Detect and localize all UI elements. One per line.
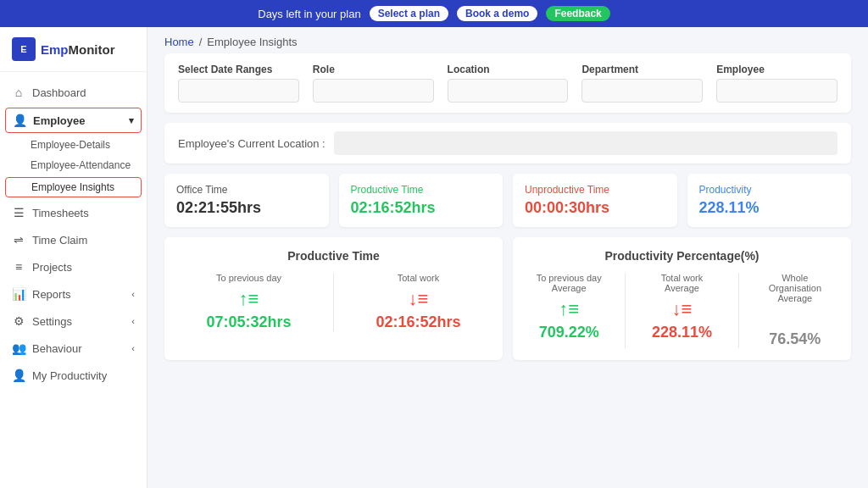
- projects-icon: ≡: [12, 260, 25, 274]
- dashboard-icon: ⌂: [12, 86, 25, 99]
- office-time-label: Office Time: [176, 184, 317, 196]
- metric-previous-day-pct: To previous dayAverage ↑≡ 709.22%: [525, 273, 613, 348]
- time-claim-icon: ⇌: [12, 233, 25, 247]
- location-bar: Employee's Current Location :: [164, 123, 851, 164]
- arrow-down-pct-icon: ↓≡: [637, 298, 726, 320]
- breadcrumb-current: Employee Insights: [207, 36, 297, 48]
- productivity-percentage-chart: Productivity Percentage(%) To previous d…: [513, 237, 851, 360]
- metric-label-total: Total work: [346, 273, 491, 283]
- metric-whole-org-pct: WholeOrganisationAverage 76.54%: [751, 273, 839, 348]
- productive-time-label: Productive Time: [351, 184, 492, 196]
- filter-employee: Employee: [716, 64, 837, 103]
- chart-metrics-percentage: To previous dayAverage ↑≡ 709.22% Total …: [525, 273, 839, 348]
- sidebar-item-settings[interactable]: ⚙ Settings ‹: [0, 308, 147, 335]
- filter-location: Location: [448, 64, 569, 103]
- sidebar-item-label: Timesheets: [32, 207, 89, 219]
- productivity-percentage-chart-title: Productivity Percentage(%): [525, 249, 839, 263]
- filter-role-select[interactable]: [313, 79, 434, 103]
- divider-pct-2: [738, 273, 739, 348]
- sidebar-nav: ⌂ Dashboard 👤 Employee ▾ Employee-Detail…: [0, 72, 147, 396]
- metric-label: To previous day: [176, 273, 321, 283]
- productive-time-chart: Productive Time To previous day ↑≡ 07:05…: [164, 237, 503, 360]
- filter-date-select[interactable]: [178, 79, 299, 103]
- behaviour-icon: 👥: [12, 341, 25, 355]
- my-productivity-icon: 👤: [12, 369, 25, 382]
- sidebar-item-dashboard[interactable]: ⌂ Dashboard: [0, 79, 147, 106]
- employee-icon: 👤: [13, 114, 26, 127]
- timesheets-icon: ☰: [12, 206, 25, 219]
- arrow-up-icon: ↑≡: [176, 288, 321, 310]
- productive-time-chart-title: Productive Time: [176, 249, 491, 263]
- book-demo-button[interactable]: Book a demo: [457, 6, 537, 21]
- filter-row: Select Date Ranges Role Location: [178, 64, 837, 103]
- metric-value-total-pct: 228.11%: [637, 324, 726, 341]
- metric-total-work-pct: Total workAverage ↓≡ 228.11%: [637, 273, 726, 348]
- filter-role: Role: [313, 64, 434, 103]
- filter-department-select[interactable]: [581, 79, 703, 103]
- top-banner: Days left in your plan Select a plan Boo…: [0, 0, 868, 27]
- metric-pct-label-prev: To previous dayAverage: [525, 273, 613, 293]
- sidebar-item-behaviour[interactable]: 👥 Behaviour ‹: [0, 335, 147, 362]
- sidebar-item-label: Employee: [33, 114, 85, 127]
- location-value: [334, 131, 837, 155]
- filter-role-label: Role: [313, 64, 434, 75]
- select-plan-button[interactable]: Select a plan: [370, 6, 448, 21]
- charts-row: Productive Time To previous day ↑≡ 07:05…: [164, 237, 851, 360]
- stat-card-productivity: Productivity 228.11%: [687, 174, 852, 227]
- unproductive-time-label: Unproductive Time: [525, 184, 665, 196]
- reports-icon: 📊: [12, 287, 25, 301]
- sidebar-item-reports[interactable]: 📊 Reports ‹: [0, 280, 147, 308]
- sidebar-item-label: My Productivity: [32, 369, 107, 382]
- sidebar-item-my-productivity[interactable]: 👤 My Productivity: [0, 362, 147, 389]
- filter-department-label: Department: [581, 64, 703, 75]
- filter-employee-select[interactable]: [716, 79, 837, 103]
- breadcrumb-home[interactable]: Home: [164, 36, 194, 48]
- logo-icon: E: [12, 37, 36, 61]
- sidebar-item-timesheets[interactable]: ☰ Timesheets: [0, 199, 147, 226]
- productivity-value: 228.11%: [699, 199, 840, 217]
- filter-date: Select Date Ranges: [178, 64, 299, 103]
- sidebar-item-label: Time Claim: [32, 234, 87, 247]
- sidebar-item-label: Reports: [32, 288, 71, 301]
- settings-icon: ⚙: [12, 314, 25, 328]
- icon-spacer: [751, 308, 839, 330]
- metric-pct-label-org: WholeOrganisationAverage: [751, 273, 839, 303]
- filter-date-label: Select Date Ranges: [178, 64, 299, 75]
- filter-location-label: Location: [448, 64, 569, 75]
- divider: [333, 273, 334, 331]
- metric-total-work-productive: Total work ↓≡ 02:16:52hrs: [346, 273, 491, 331]
- productive-time-value: 02:16:52hrs: [351, 199, 492, 217]
- sidebar-item-employee-insights[interactable]: Employee Insights: [5, 177, 142, 197]
- stat-card-productive-time: Productive Time 02:16:52hrs: [339, 174, 504, 227]
- banner-text: Days left in your plan: [258, 8, 360, 20]
- breadcrumb-separator: /: [199, 36, 203, 48]
- stat-card-office-time: Office Time 02:21:55hrs: [164, 174, 329, 227]
- feedback-button[interactable]: Feedback: [546, 6, 609, 21]
- sidebar-item-employee[interactable]: 👤 Employee ▾: [5, 108, 142, 133]
- metric-value-prev-pct: 709.22%: [525, 324, 613, 341]
- filter-department: Department: [581, 64, 703, 103]
- logo-text: EmpMonitor: [41, 42, 115, 57]
- divider-pct-1: [625, 273, 626, 348]
- chart-metrics-productive: To previous day ↑≡ 07:05:32hrs Total wor…: [176, 273, 491, 331]
- sidebar-item-label: Behaviour: [32, 342, 82, 355]
- sidebar-item-time-claim[interactable]: ⇌ Time Claim: [0, 226, 147, 253]
- main-content: Home / Employee Insights Select Date Ran…: [147, 27, 868, 488]
- metric-value-total-productive: 02:16:52hrs: [346, 313, 491, 331]
- sidebar-item-label: Settings: [32, 315, 72, 328]
- chevron-right-icon-behaviour: ‹: [131, 343, 135, 353]
- filter-employee-label: Employee: [716, 64, 837, 75]
- breadcrumb: Home / Employee Insights: [147, 27, 868, 53]
- metric-value-org-pct: 76.54%: [751, 330, 839, 348]
- sidebar-item-employee-attendance[interactable]: Employee-Attendance: [0, 155, 147, 175]
- metric-previous-day-productive: To previous day ↑≡ 07:05:32hrs: [176, 273, 321, 331]
- chevron-right-icon-settings: ‹: [131, 316, 135, 326]
- metric-pct-label-total: Total workAverage: [637, 273, 726, 293]
- sidebar-item-employee-details[interactable]: Employee-Details: [0, 135, 147, 155]
- location-label: Employee's Current Location :: [178, 137, 326, 150]
- filter-location-select[interactable]: [448, 79, 569, 103]
- office-time-value: 02:21:55hrs: [176, 199, 317, 217]
- arrow-down-icon: ↓≡: [346, 288, 491, 310]
- sidebar-item-projects[interactable]: ≡ Projects: [0, 253, 147, 280]
- chevron-right-icon: ‹: [131, 289, 135, 299]
